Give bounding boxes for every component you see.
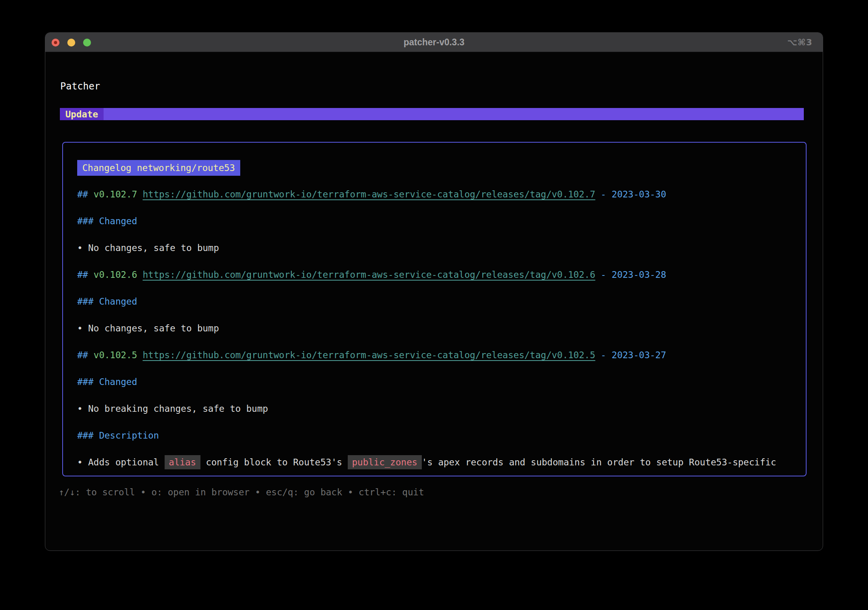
changelog-lines: ## v0.102.7 https://github.com/gruntwork… xyxy=(77,181,799,476)
changelog-line: ### Description xyxy=(77,422,799,449)
text-segment: ### Changed xyxy=(77,296,137,307)
text-segment: • No breaking changes, safe to bump xyxy=(77,404,268,414)
changelog-badge: Changelog networking/route53 xyxy=(77,160,240,176)
changelog-line: ## v0.102.5 https://github.com/gruntwork… xyxy=(77,342,799,368)
changelog-line: • No breaking changes, safe to bump xyxy=(77,395,799,422)
changelog-line: ## v0.102.6 https://github.com/gruntwork… xyxy=(77,261,799,288)
text-segment: v0.102.6 xyxy=(94,270,137,280)
text-segment: ## xyxy=(77,270,94,280)
minimize-button[interactable] xyxy=(67,39,75,46)
tab-bar: Update xyxy=(60,108,804,120)
window-shortcut: ⌥⌘3 xyxy=(787,33,812,52)
release-link[interactable]: https://github.com/gruntwork-io/terrafor… xyxy=(143,270,595,280)
changelog-line: • No changes, safe to bump xyxy=(77,234,799,261)
changelog-line: • Adds optional alias config block to Ro… xyxy=(77,449,799,476)
inline-code: alias xyxy=(165,455,200,469)
desktop: { "window": { "title": "patcher-v0.3.3",… xyxy=(0,0,868,610)
text-segment: v0.102.5 xyxy=(94,350,137,360)
text-segment xyxy=(137,189,143,199)
app-window: patcher-v0.3.3 ⌥⌘3 Patcher Update Change… xyxy=(45,32,823,551)
changelog-line: ## v0.102.7 https://github.com/gruntwork… xyxy=(77,181,799,208)
text-segment: ### Description xyxy=(77,430,159,441)
text-segment: - 2023-03-28 xyxy=(595,270,666,280)
changelog-viewport[interactable]: Changelog networking/route53 ## v0.102.7… xyxy=(62,142,807,476)
changelog-line: • No changes, safe to bump xyxy=(77,315,799,342)
changelog-line: ### Changed xyxy=(77,368,799,395)
text-segment xyxy=(137,350,143,360)
text-segment: • Adds optional xyxy=(77,457,165,467)
text-segment: ### Changed xyxy=(77,377,137,387)
release-link[interactable]: https://github.com/gruntwork-io/terrafor… xyxy=(143,350,595,360)
zoom-button[interactable] xyxy=(83,39,91,46)
help-bar: ↑/↓: to scroll • o: open in browser • es… xyxy=(59,487,823,498)
window-titlebar: patcher-v0.3.3 ⌥⌘3 xyxy=(45,33,823,52)
close-button[interactable] xyxy=(52,39,59,46)
text-segment: ## xyxy=(77,350,94,360)
tab-update[interactable]: Update xyxy=(60,108,104,120)
text-segment: v0.102.7 xyxy=(94,189,137,199)
changelog-line: ### Changed xyxy=(77,288,799,315)
inline-code: public_zones xyxy=(348,455,422,469)
release-link[interactable]: https://github.com/gruntwork-io/terrafor… xyxy=(143,189,595,199)
text-segment xyxy=(137,270,143,280)
tab-bar-fill xyxy=(104,108,804,120)
text-segment: 's apex records and subdomains in order … xyxy=(422,457,776,467)
text-segment: - 2023-03-30 xyxy=(595,189,666,199)
text-segment: - 2023-03-27 xyxy=(595,350,666,360)
text-segment: • No changes, safe to bump xyxy=(77,243,219,253)
changelog-line: ### Changed xyxy=(77,208,799,234)
text-segment: ### Changed xyxy=(77,216,137,226)
text-segment: config block to Route53's xyxy=(200,457,348,467)
text-segment: ## xyxy=(77,189,94,199)
app-title: Patcher xyxy=(60,80,823,92)
traffic-lights xyxy=(52,33,91,52)
window-title: patcher-v0.3.3 xyxy=(45,37,823,48)
text-segment: • No changes, safe to bump xyxy=(77,323,219,333)
